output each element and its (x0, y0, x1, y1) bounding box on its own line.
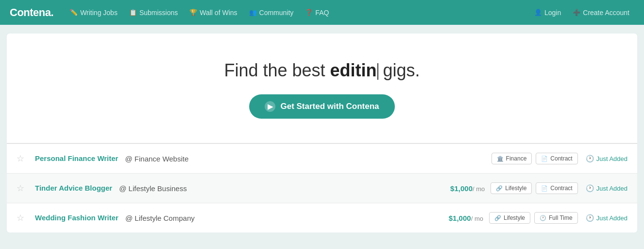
job-info: 🏛️ Finance 📄 Contract 🕐 Just Added (491, 153, 627, 164)
job-title-cell: Personal Finance Writer (35, 154, 118, 163)
salary-value: $1,000 (449, 214, 471, 222)
contract-tag-icon-2: 📄 (541, 185, 548, 192)
table-row: ☆ Personal Finance Writer @ Finance Webs… (7, 143, 637, 173)
nav-faq-label: FAQ (315, 9, 329, 17)
login-icon: 👤 (534, 9, 542, 16)
job-title-cell: Wedding Fashion Writer (35, 213, 119, 222)
nav-links: ✏️ Writing Jobs 📋 Submissions 🏆 Wall of … (65, 6, 526, 19)
hero-title-end: gigs. (378, 60, 420, 80)
lifestyle-tag-icon: 🔗 (496, 185, 503, 192)
hero-section: Find the best editin gigs. ▶ Get Started… (7, 34, 637, 143)
login-label: Login (544, 9, 561, 17)
nav-writing-jobs[interactable]: ✏️ Writing Jobs (65, 6, 122, 19)
table-row: ☆ Wedding Fashion Writer @ Lifestyle Com… (7, 203, 637, 232)
just-added-badge: 🕐 Just Added (586, 214, 627, 222)
job-list: ☆ Personal Finance Writer @ Finance Webs… (7, 143, 637, 232)
fulltime-tag-icon: 🕐 (540, 215, 546, 221)
navbar: Contena. ✏️ Writing Jobs 📋 Submissions 🏆… (0, 0, 644, 25)
job-title-link[interactable]: Wedding Fashion Writer (35, 213, 119, 222)
brand-logo[interactable]: Contena. (10, 6, 53, 19)
login-link[interactable]: 👤 Login (529, 6, 566, 19)
just-added-label: Just Added (596, 214, 627, 222)
job-title-cell: Tinder Advice Blogger (35, 184, 112, 193)
tag-finance-label: Finance (506, 155, 527, 162)
cta-arrow-icon: ▶ (265, 101, 275, 112)
nav-right-links: 👤 Login ➕ Create Account (529, 6, 634, 19)
job-title-link[interactable]: Personal Finance Writer (35, 154, 118, 162)
favorite-star-icon[interactable]: ☆ (17, 183, 28, 194)
tag-fulltime-label: Full Time (549, 214, 573, 221)
contract-tag-icon: 📄 (541, 156, 548, 162)
finance-tag-icon: 🏛️ (497, 156, 504, 162)
nav-submissions-label: Submissions (139, 9, 178, 17)
hero-title-start: Find the best (224, 60, 330, 80)
just-added-label: Just Added (596, 155, 627, 162)
tag-contract-label-2: Contract (550, 185, 572, 192)
create-account-label: Create Account (583, 9, 629, 17)
wall-of-wins-icon: 🏆 (189, 9, 197, 16)
job-company: @ Lifestyle Company (125, 214, 195, 222)
just-added-badge: 🕐 Just Added (586, 184, 627, 192)
nav-submissions[interactable]: 📋 Submissions (124, 6, 183, 19)
writing-jobs-icon: ✏️ (70, 9, 78, 16)
tag-contract-label: Contract (550, 155, 572, 162)
community-icon: 👥 (249, 9, 257, 16)
get-started-button[interactable]: ▶ Get Started with Contena (249, 94, 394, 119)
tag-lifestyle-label: Lifestyle (505, 185, 526, 192)
salary-unit: / mo (471, 215, 483, 222)
favorite-star-icon[interactable]: ☆ (17, 153, 28, 164)
tag-finance[interactable]: 🏛️ Finance (491, 153, 532, 164)
job-info: $1,000/ mo 🔗 Lifestyle 🕐 Full Time 🕐 Jus… (449, 212, 627, 224)
just-added-label: Just Added (596, 185, 627, 192)
tag-lifestyle-3[interactable]: 🔗 Lifestyle (489, 212, 530, 224)
tag-contract[interactable]: 📄 Contract (536, 153, 577, 164)
clock-icon: 🕐 (586, 155, 594, 162)
favorite-star-icon[interactable]: ☆ (17, 213, 28, 223)
cta-label: Get Started with Contena (280, 102, 379, 111)
nav-community-label: Community (259, 9, 294, 17)
job-title-link[interactable]: Tinder Advice Blogger (35, 184, 112, 192)
job-info: $1,000/ mo 🔗 Lifestyle 📄 Contract 🕐 Just… (450, 182, 627, 194)
lifestyle-tag-icon-3: 🔗 (494, 215, 501, 221)
create-account-link[interactable]: ➕ Create Account (568, 6, 634, 19)
hero-typed-word: editin (330, 60, 377, 80)
table-row: ☆ Tinder Advice Blogger @ Lifestyle Busi… (7, 173, 637, 203)
tag-lifestyle[interactable]: 🔗 Lifestyle (491, 182, 532, 194)
clock-icon: 🕐 (586, 184, 594, 192)
just-added-badge: 🕐 Just Added (586, 155, 627, 162)
tag-contract-2[interactable]: 📄 Contract (536, 182, 577, 194)
nav-wall-of-wins-label: Wall of Wins (200, 9, 237, 17)
job-company: @ Lifestyle Business (119, 184, 186, 193)
job-company: @ Finance Website (125, 155, 188, 163)
job-salary: $1,000/ mo (449, 214, 483, 222)
job-salary: $1,000/ mo (450, 184, 485, 193)
hero-title: Find the best editin gigs. (17, 60, 627, 81)
nav-faq[interactable]: ❓ FAQ (300, 6, 334, 19)
create-account-icon: ➕ (573, 9, 580, 16)
salary-unit: / mo (473, 185, 485, 193)
faq-icon: ❓ (305, 9, 313, 16)
salary-value: $1,000 (450, 184, 473, 193)
clock-icon: 🕐 (586, 214, 594, 222)
nav-wall-of-wins[interactable]: 🏆 Wall of Wins (185, 6, 242, 19)
submissions-icon: 📋 (129, 9, 137, 16)
nav-writing-jobs-label: Writing Jobs (80, 9, 118, 17)
tag-lifestyle-label-3: Lifestyle (504, 214, 525, 221)
tag-fulltime[interactable]: 🕐 Full Time (534, 212, 578, 224)
nav-community[interactable]: 👥 Community (244, 6, 299, 19)
